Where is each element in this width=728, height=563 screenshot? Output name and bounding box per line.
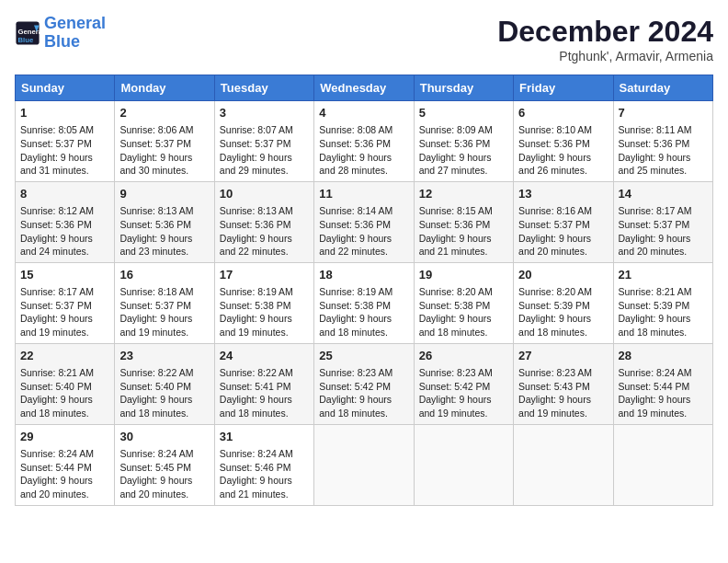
sunrise-label: Sunrise: 8:24 AM xyxy=(619,367,692,378)
calendar-cell xyxy=(613,424,712,505)
daylight-label: Daylight: 9 hours and 20 minutes. xyxy=(619,233,691,258)
sunset-label: Sunset: 5:37 PM xyxy=(619,219,690,230)
day-number: 16 xyxy=(119,267,209,283)
sunset-label: Sunset: 5:37 PM xyxy=(119,138,191,149)
daylight-label: Daylight: 9 hours and 28 minutes. xyxy=(319,152,392,177)
daylight-label: Daylight: 9 hours and 22 minutes. xyxy=(220,233,292,258)
sunrise-label: Sunrise: 8:09 AM xyxy=(419,124,493,135)
calendar-cell: 15 Sunrise: 8:17 AM Sunset: 5:37 PM Dayl… xyxy=(16,262,115,343)
day-number: 31 xyxy=(220,429,309,445)
sunrise-label: Sunrise: 8:20 AM xyxy=(518,286,592,297)
daylight-label: Daylight: 9 hours and 22 minutes. xyxy=(319,233,392,258)
daylight-label: Daylight: 9 hours and 20 minutes. xyxy=(20,475,93,500)
daylight-label: Daylight: 9 hours and 24 minutes. xyxy=(20,233,93,258)
calendar-cell: 4 Sunrise: 8:08 AM Sunset: 5:36 PM Dayli… xyxy=(314,101,414,182)
daylight-label: Daylight: 9 hours and 18 minutes. xyxy=(119,394,192,419)
day-number: 20 xyxy=(518,267,608,283)
day-number: 24 xyxy=(220,348,309,364)
sunrise-label: Sunrise: 8:21 AM xyxy=(619,286,692,297)
daylight-label: Daylight: 9 hours and 19 minutes. xyxy=(518,394,591,419)
sunrise-label: Sunrise: 8:19 AM xyxy=(220,286,293,297)
column-header-friday: Friday xyxy=(514,75,613,101)
calendar-cell: 8 Sunrise: 8:12 AM Sunset: 5:36 PM Dayli… xyxy=(16,181,115,262)
sunrise-label: Sunrise: 8:22 AM xyxy=(119,367,193,378)
calendar-cell: 1 Sunrise: 8:05 AM Sunset: 5:37 PM Dayli… xyxy=(16,101,115,182)
sunset-label: Sunset: 5:37 PM xyxy=(20,300,92,311)
sunset-label: Sunset: 5:37 PM xyxy=(518,219,590,230)
sunset-label: Sunset: 5:36 PM xyxy=(319,219,391,230)
page-subtitle: Ptghunk', Armavir, Armenia xyxy=(497,49,713,63)
sunset-label: Sunset: 5:39 PM xyxy=(619,300,690,311)
calendar-cell: 3 Sunrise: 8:07 AM Sunset: 5:37 PM Dayli… xyxy=(214,101,313,182)
page-title: December 2024 xyxy=(497,15,713,49)
daylight-label: Daylight: 9 hours and 26 minutes. xyxy=(518,152,591,177)
day-number: 9 xyxy=(119,186,209,202)
sunset-label: Sunset: 5:36 PM xyxy=(220,219,291,230)
calendar-cell: 17 Sunrise: 8:19 AM Sunset: 5:38 PM Dayl… xyxy=(214,262,313,343)
calendar-week-5: 29 Sunrise: 8:24 AM Sunset: 5:44 PM Dayl… xyxy=(16,424,713,505)
day-number: 15 xyxy=(20,267,109,283)
daylight-label: Daylight: 9 hours and 18 minutes. xyxy=(319,313,392,338)
sunrise-label: Sunrise: 8:20 AM xyxy=(419,286,493,297)
sunset-label: Sunset: 5:42 PM xyxy=(419,381,491,392)
sunrise-label: Sunrise: 8:16 AM xyxy=(518,205,592,216)
calendar-cell: 5 Sunrise: 8:09 AM Sunset: 5:36 PM Dayli… xyxy=(414,101,513,182)
sunrise-label: Sunrise: 8:14 AM xyxy=(319,205,392,216)
page-header: General Blue General Blue December 2024 … xyxy=(15,15,713,63)
daylight-label: Daylight: 9 hours and 19 minutes. xyxy=(419,394,492,419)
day-number: 30 xyxy=(119,429,209,445)
sunrise-label: Sunrise: 8:08 AM xyxy=(319,124,392,135)
sunset-label: Sunset: 5:46 PM xyxy=(220,462,291,473)
calendar-cell: 27 Sunrise: 8:23 AM Sunset: 5:43 PM Dayl… xyxy=(514,343,613,424)
sunset-label: Sunset: 5:36 PM xyxy=(619,138,690,149)
calendar-cell xyxy=(314,424,414,505)
daylight-label: Daylight: 9 hours and 29 minutes. xyxy=(220,152,292,177)
calendar-cell: 10 Sunrise: 8:13 AM Sunset: 5:36 PM Dayl… xyxy=(214,181,313,262)
column-header-wednesday: Wednesday xyxy=(314,75,414,101)
sunset-label: Sunset: 5:37 PM xyxy=(20,138,92,149)
calendar-cell: 19 Sunrise: 8:20 AM Sunset: 5:38 PM Dayl… xyxy=(414,262,513,343)
sunrise-label: Sunrise: 8:06 AM xyxy=(119,124,193,135)
day-number: 11 xyxy=(319,186,408,202)
sunrise-label: Sunrise: 8:17 AM xyxy=(20,286,94,297)
sunset-label: Sunset: 5:36 PM xyxy=(319,138,391,149)
sunrise-label: Sunrise: 8:07 AM xyxy=(220,124,293,135)
day-number: 29 xyxy=(20,429,109,445)
day-number: 17 xyxy=(220,267,309,283)
sunset-label: Sunset: 5:42 PM xyxy=(319,381,391,392)
daylight-label: Daylight: 9 hours and 23 minutes. xyxy=(119,233,192,258)
calendar-cell: 31 Sunrise: 8:24 AM Sunset: 5:46 PM Dayl… xyxy=(214,424,313,505)
sunrise-label: Sunrise: 8:18 AM xyxy=(119,286,193,297)
calendar-cell: 25 Sunrise: 8:23 AM Sunset: 5:42 PM Dayl… xyxy=(314,343,414,424)
sunset-label: Sunset: 5:40 PM xyxy=(20,381,92,392)
sunrise-label: Sunrise: 8:19 AM xyxy=(319,286,392,297)
calendar-cell: 30 Sunrise: 8:24 AM Sunset: 5:45 PM Dayl… xyxy=(115,424,214,505)
calendar-cell: 20 Sunrise: 8:20 AM Sunset: 5:39 PM Dayl… xyxy=(514,262,613,343)
day-number: 13 xyxy=(518,186,608,202)
daylight-label: Daylight: 9 hours and 19 minutes. xyxy=(619,394,691,419)
day-number: 2 xyxy=(119,105,209,121)
sunrise-label: Sunrise: 8:13 AM xyxy=(220,205,293,216)
sunrise-label: Sunrise: 8:24 AM xyxy=(20,448,94,459)
daylight-label: Daylight: 9 hours and 31 minutes. xyxy=(20,152,93,177)
sunset-label: Sunset: 5:36 PM xyxy=(518,138,590,149)
sunrise-label: Sunrise: 8:13 AM xyxy=(119,205,193,216)
daylight-label: Daylight: 9 hours and 25 minutes. xyxy=(619,152,691,177)
daylight-label: Daylight: 9 hours and 20 minutes. xyxy=(119,475,192,500)
column-header-thursday: Thursday xyxy=(414,75,513,101)
calendar-cell: 23 Sunrise: 8:22 AM Sunset: 5:40 PM Dayl… xyxy=(115,343,214,424)
calendar-cell: 11 Sunrise: 8:14 AM Sunset: 5:36 PM Dayl… xyxy=(314,181,414,262)
sunrise-label: Sunrise: 8:10 AM xyxy=(518,124,592,135)
calendar-table: SundayMondayTuesdayWednesdayThursdayFrid… xyxy=(15,75,713,506)
sunrise-label: Sunrise: 8:23 AM xyxy=(319,367,392,378)
sunrise-label: Sunrise: 8:23 AM xyxy=(518,367,592,378)
column-header-tuesday: Tuesday xyxy=(214,75,313,101)
sunrise-label: Sunrise: 8:12 AM xyxy=(20,205,94,216)
calendar-cell xyxy=(414,424,513,505)
sunset-label: Sunset: 5:44 PM xyxy=(20,462,92,473)
day-number: 21 xyxy=(619,267,708,283)
day-number: 4 xyxy=(319,105,408,121)
calendar-cell: 22 Sunrise: 8:21 AM Sunset: 5:40 PM Dayl… xyxy=(16,343,115,424)
sunset-label: Sunset: 5:45 PM xyxy=(119,462,191,473)
sunset-label: Sunset: 5:37 PM xyxy=(220,138,291,149)
